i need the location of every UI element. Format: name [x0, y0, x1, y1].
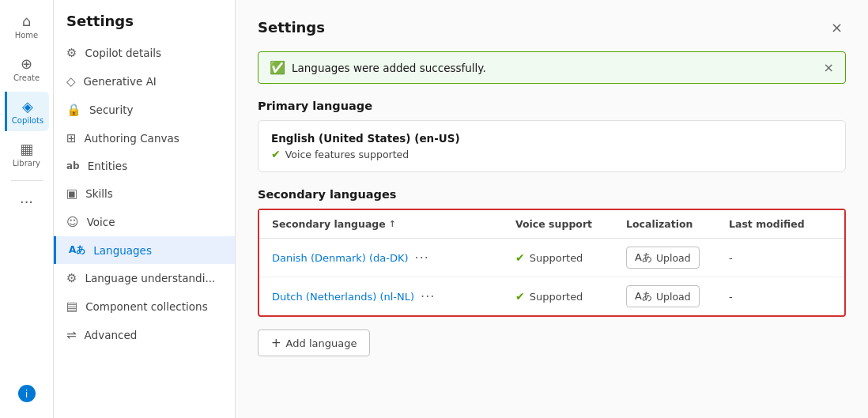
upload-button-danish[interactable]: Aあ Upload — [626, 247, 700, 269]
nav-bottom: i — [5, 378, 49, 418]
supported-check-icon-dutch: ✔ — [515, 290, 525, 303]
col-header-language-label: Secondary language — [272, 218, 386, 230]
table-header-row: Secondary language ↑ Voice support Local… — [259, 210, 844, 239]
copilot-details-icon: ⚙ — [66, 46, 77, 60]
success-banner-left: ✅ Languages were added successfully. — [270, 60, 486, 75]
advanced-icon: ⇌ — [66, 328, 77, 342]
sidebar-item-skills[interactable]: ▣ Skills — [54, 179, 235, 208]
nav-item-create[interactable]: ⊕ Create — [5, 49, 49, 88]
language-link-danish[interactable]: Danish (Denmark) (da-DK) — [272, 252, 409, 264]
nav-item-more[interactable]: ··· — [5, 187, 49, 217]
nav-divider — [11, 180, 43, 181]
banner-close-button[interactable]: × — [824, 60, 834, 75]
col-header-voice-support: Voice support — [515, 218, 626, 230]
supported-check-icon-danish: ✔ — [515, 251, 525, 264]
sidebar-label-languages: Languages — [93, 244, 152, 257]
sidebar-label-generative-ai: Generative AI — [84, 75, 157, 88]
voice-icon: ☺ — [66, 215, 79, 229]
more-options-icon-dutch[interactable]: ··· — [421, 289, 435, 304]
home-icon: ⌂ — [22, 13, 31, 29]
success-check-icon: ✅ — [270, 60, 285, 75]
nav-label-library: Library — [13, 159, 40, 168]
primary-language-card: English (United States) (en-US) ✔ Voice … — [258, 120, 846, 172]
authoring-canvas-icon: ⊞ — [66, 131, 77, 145]
upload-label-dutch: Upload — [656, 291, 691, 303]
more-options-icon-danish[interactable]: ··· — [415, 250, 429, 265]
primary-language-name: English (United States) (en-US) — [271, 132, 832, 145]
upload-icon-danish: Aあ — [635, 250, 652, 265]
nav-label-copilots: Copilots — [12, 116, 43, 125]
supported-label-dutch: Supported — [530, 291, 583, 303]
sidebar-label-voice: Voice — [87, 216, 115, 228]
col-header-last-modified: Last modified — [729, 218, 832, 230]
localization-danish: Aあ Upload — [626, 247, 729, 269]
voice-supported-row: ✔ Voice features supported — [271, 148, 832, 160]
copilots-icon: ◈ — [22, 98, 33, 115]
add-language-button[interactable]: + Add language — [258, 330, 370, 356]
sidebar-label-copilot-details: Copilot details — [85, 47, 161, 59]
row-language-dutch: Dutch (Netherlands) (nl-NL) ··· — [272, 289, 515, 304]
sidebar-item-copilot-details[interactable]: ⚙ Copilot details — [54, 39, 235, 67]
generative-ai-icon: ◇ — [66, 74, 76, 88]
upload-button-dutch[interactable]: Aあ Upload — [626, 285, 700, 307]
sidebar-item-voice[interactable]: ☺ Voice — [54, 208, 235, 236]
add-language-label: Add language — [286, 337, 357, 349]
sidebar-item-component-collections[interactable]: ▤ Component collections — [54, 292, 235, 321]
upload-label-danish: Upload — [656, 252, 691, 264]
success-message: Languages were added successfully. — [292, 62, 486, 74]
voice-support-dutch: ✔ Supported — [515, 290, 626, 303]
entities-icon: ab — [66, 160, 80, 171]
voice-support-danish: ✔ Supported — [515, 251, 626, 264]
plus-icon: + — [271, 336, 281, 350]
nav-item-copilots[interactable]: ◈ Copilots — [5, 92, 49, 131]
main-content: Settings × ✅ Languages were added succes… — [236, 0, 868, 418]
library-icon: ▦ — [20, 141, 33, 157]
nav-item-home[interactable]: ⌂ Home — [5, 6, 49, 46]
last-modified-dutch: - — [729, 291, 832, 303]
sidebar-title: Settings — [54, 13, 235, 39]
sidebar-label-language-understanding: Language understandi... — [85, 272, 215, 284]
sidebar-label-advanced: Advanced — [85, 329, 138, 341]
nav-item-library[interactable]: ▦ Library — [5, 134, 49, 174]
skills-icon: ▣ — [66, 186, 77, 201]
primary-language-title: Primary language — [258, 100, 846, 112]
sidebar-label-skills: Skills — [85, 187, 113, 200]
left-nav: ⌂ Home ⊕ Create ◈ Copilots ▦ Library ···… — [0, 0, 54, 418]
settings-header: Settings × — [258, 16, 846, 39]
settings-sidebar: Settings ⚙ Copilot details ◇ Generative … — [54, 0, 236, 418]
sidebar-item-languages[interactable]: Aあ Languages — [54, 236, 235, 264]
close-button[interactable]: × — [828, 16, 846, 39]
sort-arrow-icon: ↑ — [389, 219, 396, 229]
localization-dutch: Aあ Upload — [626, 285, 729, 307]
col-header-localization: Localization — [626, 218, 729, 230]
nav-item-info[interactable]: i — [5, 378, 49, 409]
row-language-danish: Danish (Denmark) (da-DK) ··· — [272, 250, 515, 265]
nav-label-home: Home — [15, 31, 39, 40]
more-icon: ··· — [20, 194, 33, 210]
component-collections-icon: ▤ — [66, 299, 77, 314]
sidebar-item-authoring-canvas[interactable]: ⊞ Authoring Canvas — [54, 124, 235, 153]
sidebar-item-security[interactable]: 🔒 Security — [54, 96, 235, 124]
voice-supported-label: Voice features supported — [285, 149, 409, 160]
create-icon: ⊕ — [21, 55, 32, 72]
success-banner: ✅ Languages were added successfully. × — [258, 51, 846, 84]
sidebar-label-security: Security — [89, 104, 133, 116]
col-header-language: Secondary language ↑ — [272, 218, 515, 230]
sidebar-item-generative-ai[interactable]: ◇ Generative AI — [54, 67, 235, 96]
table-row: Dutch (Netherlands) (nl-NL) ··· ✔ Suppor… — [259, 277, 844, 315]
page-title: Settings — [258, 19, 325, 36]
voice-check-icon: ✔ — [271, 148, 281, 160]
sidebar-label-component-collections: Component collections — [85, 300, 207, 313]
language-link-dutch[interactable]: Dutch (Netherlands) (nl-NL) — [272, 291, 414, 303]
sidebar-item-entities[interactable]: ab Entities — [54, 153, 235, 179]
last-modified-danish: - — [729, 252, 832, 264]
security-icon: 🔒 — [66, 103, 81, 117]
sidebar-item-advanced[interactable]: ⇌ Advanced — [54, 321, 235, 349]
secondary-languages-title: Secondary languages — [258, 188, 846, 201]
language-understanding-icon: ⚙ — [66, 271, 77, 285]
languages-icon: Aあ — [69, 243, 85, 257]
sidebar-label-authoring-canvas: Authoring Canvas — [85, 132, 179, 145]
sidebar-item-language-understanding[interactable]: ⚙ Language understandi... — [54, 264, 235, 292]
table-row: Danish (Denmark) (da-DK) ··· ✔ Supported… — [259, 239, 844, 277]
sidebar-label-entities: Entities — [88, 160, 128, 172]
